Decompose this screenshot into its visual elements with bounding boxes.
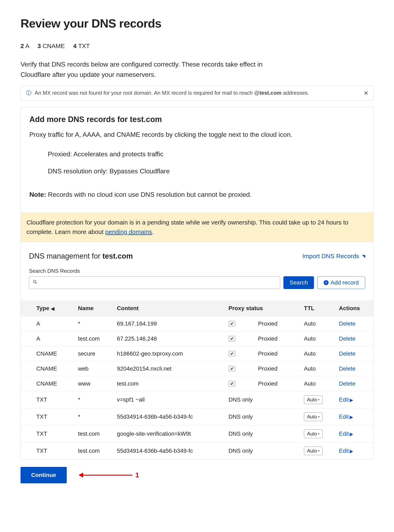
annotation-arrow: 1 <box>79 471 139 479</box>
cell-actions: Delete <box>335 316 373 331</box>
cell-type: CNAME <box>21 361 74 376</box>
cell-type: A <box>21 316 74 331</box>
proxy-toggle[interactable]: ✔ <box>228 366 235 372</box>
note-text: Note: Records with no cloud icon use DNS… <box>29 190 365 200</box>
delete-link[interactable]: Delete <box>339 380 355 387</box>
cell-type: TXT <box>21 391 74 408</box>
proxy-toggle[interactable]: ✔ <box>228 321 235 327</box>
table-row: A*69.167.164.199✔ProxiedAutoDelete <box>21 316 373 331</box>
chevron-down-icon: ▾ <box>318 432 320 435</box>
dns-table: Type◀ Name Content Proxy status TTL Acti… <box>21 300 373 459</box>
count-a-num: 2 <box>21 42 24 49</box>
proxy-status-label: Proxied <box>258 335 277 342</box>
count-txt-label: TXT <box>78 42 90 49</box>
delete-link[interactable]: Delete <box>339 350 355 357</box>
count-cname-num: 3 <box>37 42 41 49</box>
cell-content: test.com <box>113 376 225 391</box>
cell-actions: Delete <box>335 376 373 391</box>
cell-name: * <box>74 391 113 408</box>
import-dns-link[interactable]: Import DNS Records ◥ <box>302 253 365 260</box>
count-cname-label: CNAME <box>42 42 65 49</box>
search-label: Search DNS Records <box>29 268 365 274</box>
record-counts: 2 A 3 CNAME 4 TXT <box>21 42 373 49</box>
mx-alert-text: An MX record was not found for your root… <box>35 90 309 96</box>
proxy-status-label: Proxied <box>258 365 277 372</box>
chevron-down-icon: ▾ <box>318 398 320 401</box>
col-proxy[interactable]: Proxy status <box>225 300 300 316</box>
ttl-select[interactable]: Auto▾ <box>304 412 323 421</box>
cell-content: 9204e20154.nxcli.net <box>113 361 225 376</box>
proxy-toggle[interactable]: ✔ <box>228 336 235 342</box>
delete-link[interactable]: Delete <box>339 365 355 372</box>
sort-icon: ◀ <box>51 306 54 311</box>
delete-link[interactable]: Delete <box>339 321 355 327</box>
col-actions: Actions <box>335 300 373 316</box>
proxy-status-label: Proxied <box>258 350 277 357</box>
ttl-select[interactable]: Auto▾ <box>304 447 323 455</box>
cell-ttl: Auto <box>300 331 335 346</box>
cell-proxy: DNS only <box>225 391 300 408</box>
cell-type: CNAME <box>21 346 74 361</box>
cell-proxy: DNS only <box>225 442 300 459</box>
edit-link[interactable]: Edit▶ <box>339 448 353 454</box>
svg-line-1 <box>36 283 37 284</box>
cell-actions: Edit▶ <box>335 442 373 459</box>
chevron-down-icon: ▾ <box>318 415 320 418</box>
close-icon[interactable]: ✕ <box>364 90 368 96</box>
edit-link[interactable]: Edit▶ <box>339 396 353 403</box>
col-ttl[interactable]: TTL <box>300 300 335 316</box>
table-row: CNAMEsecureh186602-geo.txproxy.com✔Proxi… <box>21 346 373 361</box>
dropdown-icon: ◥ <box>362 254 365 259</box>
cell-content: google-site-verification=kW9t <box>113 425 225 442</box>
col-content[interactable]: Content <box>113 300 225 316</box>
add-record-button[interactable]: + Add record <box>317 276 365 289</box>
edit-link[interactable]: Edit▶ <box>339 431 353 437</box>
cell-name: www <box>74 376 113 391</box>
delete-link[interactable]: Delete <box>339 335 355 342</box>
search-button[interactable]: Search <box>283 276 314 289</box>
cell-name: test.com <box>74 331 113 346</box>
proxy-toggle[interactable]: ✔ <box>228 351 235 357</box>
table-row: Atest.com67.225.146.248✔ProxiedAutoDelet… <box>21 331 373 346</box>
cell-name: * <box>74 408 113 425</box>
cell-ttl: Auto▾ <box>300 408 335 425</box>
ttl-select[interactable]: Auto▾ <box>304 430 323 438</box>
cell-name: web <box>74 361 113 376</box>
search-input-wrapper[interactable] <box>29 276 280 289</box>
pending-domains-link[interactable]: pending domains <box>105 228 152 235</box>
table-row: CNAMEweb9204e20154.nxcli.net✔ProxiedAuto… <box>21 361 373 376</box>
count-txt-num: 4 <box>73 42 77 49</box>
cell-ttl: Auto <box>300 376 335 391</box>
add-records-para: Proxy traffic for A, AAAA, and CNAME rec… <box>29 130 365 140</box>
dns-panel: Add more DNS records for test.com Proxy … <box>21 107 373 459</box>
table-row: TXT*v=spf1 ~allDNS onlyAuto▾Edit▶ <box>21 391 373 408</box>
table-row: TXTtest.com55d34914-636b-4a56-b349-fcDNS… <box>21 442 373 459</box>
cell-proxy: ✔Proxied <box>225 361 300 376</box>
chevron-right-icon: ▶ <box>350 432 353 437</box>
proxy-status-label: Proxied <box>258 321 277 327</box>
search-input[interactable] <box>40 279 276 286</box>
cell-type: CNAME <box>21 376 74 391</box>
cell-content: 69.167.164.199 <box>113 316 225 331</box>
arrow-icon <box>79 475 132 475</box>
continue-button[interactable]: Continue <box>21 467 67 483</box>
proxied-desc: Proxied: Accelerates and protects traffi… <box>48 146 365 163</box>
table-row: TXTtest.comgoogle-site-verification=kW9t… <box>21 425 373 442</box>
proxy-toggle[interactable]: ✔ <box>228 381 235 387</box>
ttl-select[interactable]: Auto▾ <box>304 395 323 404</box>
cell-actions: Edit▶ <box>335 408 373 425</box>
col-name[interactable]: Name <box>74 300 113 316</box>
dnsonly-desc: DNS resolution only: Bypasses Cloudflare <box>48 163 365 180</box>
cell-type: TXT <box>21 408 74 425</box>
cell-content: 55d34914-636b-4a56-b349-fc <box>113 442 225 459</box>
cell-ttl: Auto <box>300 361 335 376</box>
edit-link[interactable]: Edit▶ <box>339 413 353 420</box>
cell-content: 55d34914-636b-4a56-b349-fc <box>113 408 225 425</box>
cell-actions: Delete <box>335 346 373 361</box>
cell-proxy: ✔Proxied <box>225 331 300 346</box>
cell-actions: Edit▶ <box>335 391 373 408</box>
cell-content: v=spf1 ~all <box>113 391 225 408</box>
col-type[interactable]: Type◀ <box>21 300 74 316</box>
cell-content: h186602-geo.txproxy.com <box>113 346 225 361</box>
cell-type: TXT <box>21 442 74 459</box>
